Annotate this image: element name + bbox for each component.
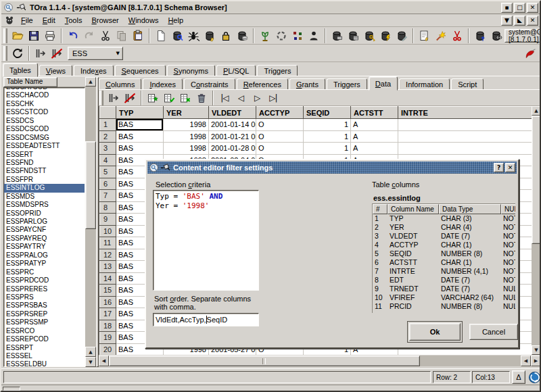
- table-list-item[interactable]: ESSMDSPRS: [4, 201, 85, 209]
- row-number[interactable]: 1: [100, 119, 116, 131]
- grid-scroll-down[interactable]: ▼: [532, 345, 541, 355]
- mdi-close-button[interactable]: ✕: [527, 16, 538, 26]
- grid-cell[interactable]: O: [256, 130, 304, 143]
- bug-icon[interactable]: [185, 28, 202, 44]
- grid-cell[interactable]: 1: [304, 119, 351, 131]
- record-add-icon[interactable]: [145, 90, 161, 106]
- rec-first-icon[interactable]: |◁: [216, 90, 233, 106]
- database-coins-icon[interactable]: [234, 28, 250, 44]
- refresh-icon[interactable]: [9, 45, 26, 62]
- grid-cell[interactable]: BAS: [116, 130, 164, 143]
- grid-cell[interactable]: A: [351, 119, 398, 131]
- dialog-title-bar[interactable]: Content editor filter settings ? ✕: [147, 162, 517, 174]
- column-header-data-type[interactable]: Data Type: [439, 204, 501, 214]
- scroll-thumb[interactable]: [85, 141, 96, 229]
- table-list-item[interactable]: ESSPRSBAS: [4, 301, 85, 310]
- add-filter-icon[interactable]: [105, 90, 122, 106]
- column-header--[interactable]: #: [373, 204, 387, 214]
- grid-col-yer[interactable]: YER: [164, 107, 209, 119]
- grid-cell[interactable]: 2001-01-14 00:00:00: [209, 119, 256, 131]
- table-list-item[interactable]: ESSPRDCOD: [4, 276, 85, 285]
- row-number[interactable]: 15: [100, 285, 116, 297]
- table-list-item[interactable]: ESSCHACOD: [4, 91, 85, 99]
- column-def-row[interactable]: 5SEQIDNUMBER (8)NOT NULLNew or old accou…: [373, 249, 515, 258]
- grid-col-acctyp[interactable]: ACCTYP: [256, 107, 304, 119]
- row-number[interactable]: 18: [100, 320, 116, 332]
- scroll-up-button-2[interactable]: ▲: [85, 347, 96, 357]
- column-header-null[interactable]: NULL: [501, 204, 515, 214]
- table-list-item[interactable]: ESSRCO: [4, 327, 85, 335]
- folder-open-icon[interactable]: [9, 28, 26, 44]
- column-def-row[interactable]: 11PRCIDNUMBER (8)NULLVerification: [373, 302, 515, 311]
- grid-cell[interactable]: O: [256, 119, 304, 131]
- ok-button[interactable]: Ok: [409, 323, 461, 341]
- row-number[interactable]: 4: [100, 154, 116, 166]
- grid-col-actstt[interactable]: ACTSTT: [351, 107, 398, 119]
- padlock-icon[interactable]: [218, 28, 234, 44]
- database-eye-icon[interactable]: [488, 28, 504, 44]
- dialog-help-button[interactable]: ?: [494, 163, 504, 172]
- person-icon[interactable]: [306, 28, 322, 44]
- copy-icon[interactable]: [114, 28, 130, 44]
- grid-cell[interactable]: [398, 119, 532, 131]
- grid-cell[interactable]: A: [351, 130, 398, 143]
- grid-cell[interactable]: 1: [304, 130, 351, 143]
- table-list-item[interactable]: ESSCSTCOD: [4, 108, 85, 116]
- schema-combobox[interactable]: ESS ▼: [68, 47, 123, 60]
- grid-cell[interactable]: 1998: [164, 119, 209, 131]
- red-bird-icon[interactable]: [522, 45, 538, 62]
- tab-tables[interactable]: Tables: [3, 63, 38, 77]
- database-edit-icon[interactable]: [202, 28, 218, 44]
- table-columns-table[interactable]: #Column NameData TypeNULLComments 1TYPCH…: [372, 203, 515, 313]
- floppy-save-icon[interactable]: [26, 28, 42, 44]
- minimize-button[interactable]: ▪: [501, 3, 513, 13]
- menu-browser[interactable]: Browser: [87, 15, 123, 26]
- grid-col-intrte[interactable]: INTRTE: [398, 107, 532, 119]
- grid-hthumb[interactable]: [109, 356, 420, 366]
- delta-button[interactable]: Δ: [512, 370, 525, 384]
- menu-help[interactable]: Help: [163, 15, 188, 26]
- rec-last-icon[interactable]: ▷|: [265, 90, 281, 106]
- row-number[interactable]: 8: [100, 201, 116, 214]
- row-number[interactable]: 11: [100, 237, 116, 249]
- table-list-scrollbar[interactable]: ▲ ▲ ▼: [85, 77, 96, 367]
- menu-tools[interactable]: Tools: [60, 15, 87, 26]
- table-list-item[interactable]: ESSINTLOG: [4, 184, 85, 192]
- rec-next-icon[interactable]: ▷: [249, 90, 265, 106]
- dialog-close-button[interactable]: ✕: [505, 163, 515, 172]
- column-def-row[interactable]: 3VLDEDTDATE (7)NOT NULLMust be numbers o…: [373, 232, 515, 241]
- record-save-icon[interactable]: [161, 90, 177, 106]
- column-def-row[interactable]: 6ACTSTTCHAR (1)NOT NULLSequence ID of pa…: [373, 258, 515, 267]
- column-def-row[interactable]: 9TRNEDTDATE (7)NULLTime of update: [373, 285, 515, 293]
- sort-order-input[interactable]: VldEdt,AccTyp,SeqID: [153, 313, 259, 326]
- column-def-row[interactable]: 7INTRTENUMBER (4,1)NOT NULLStatus of par…: [373, 267, 515, 276]
- database-print-icon[interactable]: [329, 28, 345, 44]
- table-list-item[interactable]: ESSPAYREQ: [4, 235, 85, 243]
- column-def-row[interactable]: 8EDTDATE (7)NOT NULLInterest rate in per…: [373, 276, 515, 285]
- grid-hscrollbar[interactable]: ◀ ◀ ▶: [99, 356, 541, 366]
- spark-wand-icon[interactable]: [433, 28, 449, 44]
- table-list-item[interactable]: ESSPRALOG: [4, 251, 85, 260]
- table-list-item[interactable]: ESSCHK: [4, 100, 85, 108]
- red-cut-icon[interactable]: [449, 28, 465, 44]
- row-number[interactable]: 6: [100, 178, 116, 190]
- row-number[interactable]: 14: [100, 272, 116, 285]
- grid-cell[interactable]: 2001-01-21 00:00:00: [209, 130, 256, 143]
- document-app-icon[interactable]: [3, 15, 16, 26]
- table-list-item[interactable]: ESSSEL: [4, 352, 85, 360]
- rec-prev-icon[interactable]: ◁: [233, 90, 249, 106]
- cancel-button[interactable]: Cancel: [469, 324, 518, 340]
- clear-filter-icon[interactable]: [49, 45, 65, 62]
- row-number[interactable]: 17: [100, 308, 116, 320]
- printer-icon[interactable]: [42, 28, 58, 44]
- list-edit-icon[interactable]: [417, 28, 433, 44]
- toolbar-handle[interactable]: [3, 28, 7, 43]
- table-list-item[interactable]: ESSDCSMSG: [4, 134, 85, 142]
- row-number[interactable]: 20: [100, 343, 116, 355]
- table-list-item[interactable]: ESSFNDSTT: [4, 167, 85, 175]
- plant-icon[interactable]: [257, 28, 273, 44]
- column-def-row[interactable]: 1TYPCHAR (3)NOT NULL: [373, 214, 515, 223]
- grid-col-seqid[interactable]: SEQID: [304, 107, 351, 119]
- close-button[interactable]: ✕: [527, 3, 538, 13]
- maximize-button[interactable]: □: [514, 3, 525, 13]
